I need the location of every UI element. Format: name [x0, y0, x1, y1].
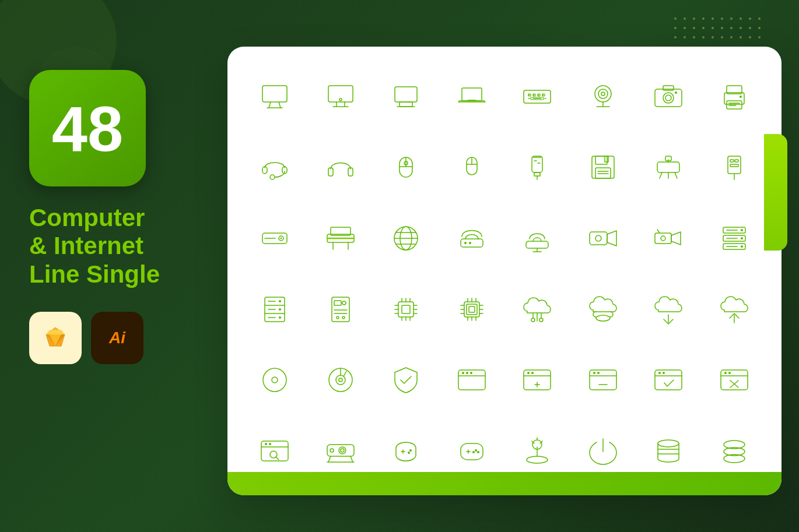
svg-rect-72 — [657, 162, 679, 172]
svg-point-34 — [598, 89, 608, 98]
svg-rect-67 — [595, 156, 607, 164]
icon-monitor-2 — [311, 64, 371, 129]
svg-point-85 — [281, 238, 282, 239]
icon-keyboard — [507, 64, 567, 129]
svg-marker-104 — [607, 231, 616, 246]
svg-rect-80 — [730, 160, 734, 162]
title-line-1: Computer — [29, 204, 145, 231]
svg-point-202 — [728, 372, 731, 374]
svg-rect-62 — [534, 172, 540, 176]
dots-pattern — [674, 17, 764, 42]
svg-point-186 — [527, 372, 530, 374]
icon-server — [245, 277, 305, 342]
svg-line-7 — [269, 102, 271, 108]
icon-laptop — [442, 64, 502, 129]
icon-camera — [639, 64, 699, 129]
icon-cloud-group — [573, 277, 633, 342]
icon-webcam — [573, 64, 633, 129]
svg-point-48 — [740, 96, 742, 98]
icon-pc-case — [311, 277, 371, 342]
svg-rect-15 — [395, 87, 417, 102]
svg-point-130 — [342, 301, 346, 305]
icon-usb-connector — [705, 135, 765, 200]
icon-video-camera-2 — [639, 206, 699, 271]
icon-mouse — [376, 135, 436, 200]
svg-point-114 — [741, 237, 743, 239]
sketch-gem-icon — [40, 323, 71, 353]
svg-rect-148 — [402, 305, 410, 313]
title-line-3: Line Single — [29, 260, 160, 288]
svg-point-173 — [272, 377, 278, 383]
svg-rect-20 — [524, 90, 551, 103]
icon-browser — [442, 348, 502, 413]
svg-point-115 — [741, 245, 743, 248]
svg-rect-97 — [461, 239, 483, 247]
svg-marker-107 — [671, 232, 681, 245]
icon-browser-add — [507, 348, 567, 413]
svg-point-35 — [601, 92, 605, 96]
icon-server-rack — [705, 206, 765, 271]
icon-cpu — [442, 277, 502, 342]
svg-line-210 — [276, 457, 279, 460]
svg-point-197 — [658, 372, 661, 374]
svg-rect-100 — [526, 241, 548, 248]
svg-point-167 — [531, 318, 535, 322]
svg-point-220 — [409, 449, 412, 452]
svg-rect-16 — [400, 102, 412, 107]
svg-line-8 — [279, 102, 281, 108]
svg-point-224 — [475, 449, 477, 452]
icon-chip — [376, 277, 436, 342]
svg-rect-129 — [334, 301, 341, 305]
svg-point-227 — [527, 456, 548, 463]
svg-point-193 — [597, 372, 600, 374]
icon-globe — [376, 206, 436, 271]
icon-cloud-network — [507, 277, 567, 342]
icon-headphones — [311, 135, 371, 200]
svg-rect-103 — [590, 232, 607, 245]
icon-router — [442, 206, 502, 271]
app-icons-container: Ai — [29, 312, 204, 364]
svg-point-33 — [595, 86, 611, 102]
icon-desktop — [376, 64, 436, 129]
icon-cd — [245, 348, 305, 413]
green-accent — [764, 134, 787, 251]
svg-point-187 — [531, 372, 534, 374]
svg-point-221 — [408, 452, 410, 454]
icon-cloud-upload — [705, 277, 765, 342]
icon-browser-close — [705, 348, 765, 413]
icon-hdd — [245, 206, 305, 271]
green-bar — [227, 472, 782, 495]
icon-headset — [245, 135, 305, 200]
svg-point-201 — [724, 372, 727, 374]
icon-browser-minus — [573, 348, 633, 413]
svg-rect-81 — [735, 160, 738, 162]
icon-printer — [705, 64, 765, 129]
icon-count-badge: 48 — [29, 70, 146, 186]
svg-rect-18 — [462, 88, 482, 101]
svg-point-127 — [279, 316, 281, 319]
svg-rect-6 — [262, 86, 287, 102]
svg-point-207 — [265, 443, 267, 445]
icon-monitor — [245, 64, 305, 129]
svg-point-133 — [337, 316, 339, 319]
icon-dvd — [311, 348, 371, 413]
svg-rect-163 — [469, 306, 475, 312]
svg-point-213 — [341, 449, 344, 452]
icon-scanner — [311, 206, 371, 271]
icon-wifi-router — [507, 206, 567, 271]
svg-point-125 — [279, 300, 281, 302]
svg-point-113 — [741, 229, 743, 231]
icon-floppy-disk — [573, 135, 633, 200]
svg-point-172 — [263, 368, 286, 392]
svg-rect-69 — [595, 168, 611, 178]
svg-point-98 — [464, 242, 467, 244]
svg-rect-162 — [467, 304, 477, 315]
icon-usb-drive — [507, 135, 567, 200]
icon-browser-check — [639, 348, 699, 413]
svg-point-208 — [269, 443, 271, 445]
svg-point-168 — [539, 318, 543, 322]
svg-point-225 — [477, 451, 479, 453]
svg-point-134 — [342, 316, 345, 319]
svg-point-40 — [665, 95, 671, 101]
icon-shield — [376, 348, 436, 413]
